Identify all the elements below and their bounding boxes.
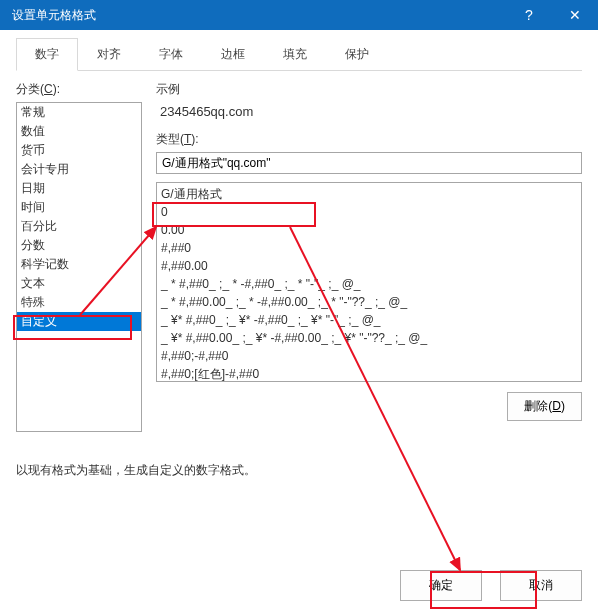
format-cells-dialog: 设置单元格格式 ? ✕ 数字 对齐 字体 边框 填充 保护 分类(C): 常规数…	[0, 0, 598, 615]
titlebar: 设置单元格格式 ? ✕	[0, 0, 598, 30]
format-item[interactable]: #,##0	[161, 239, 577, 257]
tab-number[interactable]: 数字	[16, 38, 78, 71]
category-item[interactable]: 特殊	[17, 293, 141, 312]
category-item[interactable]: 常规	[17, 103, 141, 122]
category-item[interactable]: 科学记数	[17, 255, 141, 274]
category-item[interactable]: 数值	[17, 122, 141, 141]
category-item[interactable]: 文本	[17, 274, 141, 293]
format-item[interactable]: #,##0;-#,##0	[161, 347, 577, 365]
tab-border[interactable]: 边框	[202, 38, 264, 71]
format-item[interactable]: #,##0;[红色]-#,##0	[161, 365, 577, 382]
format-item[interactable]: _ * #,##0_ ;_ * -#,##0_ ;_ * "-"_ ;_ @_	[161, 275, 577, 293]
category-listbox[interactable]: 常规数值货币会计专用日期时间百分比分数科学记数文本特殊自定义	[16, 102, 142, 432]
format-item[interactable]: _ ¥* #,##0.00_ ;_ ¥* -#,##0.00_ ;_ ¥* "-…	[161, 329, 577, 347]
help-button[interactable]: ?	[506, 0, 552, 30]
category-item[interactable]: 会计专用	[17, 160, 141, 179]
format-item[interactable]: #,##0.00	[161, 257, 577, 275]
cancel-button[interactable]: 取消	[500, 570, 582, 601]
format-item[interactable]: _ * #,##0.00_ ;_ * -#,##0.00_ ;_ * "-"??…	[161, 293, 577, 311]
ok-button[interactable]: 确定	[400, 570, 482, 601]
category-item[interactable]: 百分比	[17, 217, 141, 236]
tab-fill[interactable]: 填充	[264, 38, 326, 71]
category-item[interactable]: 分数	[17, 236, 141, 255]
tab-protection[interactable]: 保护	[326, 38, 388, 71]
category-label: 分类(C):	[16, 81, 142, 98]
format-item[interactable]: 0	[161, 203, 577, 221]
close-button[interactable]: ✕	[552, 0, 598, 30]
category-item[interactable]: 自定义	[17, 312, 141, 331]
sample-label: 示例	[156, 81, 582, 98]
category-item[interactable]: 日期	[17, 179, 141, 198]
format-item[interactable]: G/通用格式	[161, 185, 577, 203]
category-item[interactable]: 货币	[17, 141, 141, 160]
tab-alignment[interactable]: 对齐	[78, 38, 140, 71]
format-item[interactable]: _ ¥* #,##0_ ;_ ¥* -#,##0_ ;_ ¥* "-"_ ;_ …	[161, 311, 577, 329]
type-input[interactable]	[156, 152, 582, 174]
category-item[interactable]: 时间	[17, 198, 141, 217]
formats-listbox[interactable]: G/通用格式00.00#,##0#,##0.00_ * #,##0_ ;_ * …	[156, 182, 582, 382]
format-item[interactable]: 0.00	[161, 221, 577, 239]
delete-button[interactable]: 删除(D)	[507, 392, 582, 421]
sample-value: 2345465qq.com	[160, 104, 582, 119]
dialog-footer: 确定 取消	[0, 558, 598, 615]
tab-font[interactable]: 字体	[140, 38, 202, 71]
type-label: 类型(T):	[156, 131, 582, 148]
tabs: 数字 对齐 字体 边框 填充 保护	[16, 38, 582, 71]
dialog-title: 设置单元格格式	[12, 7, 506, 24]
note-text: 以现有格式为基础，生成自定义的数字格式。	[16, 462, 582, 479]
